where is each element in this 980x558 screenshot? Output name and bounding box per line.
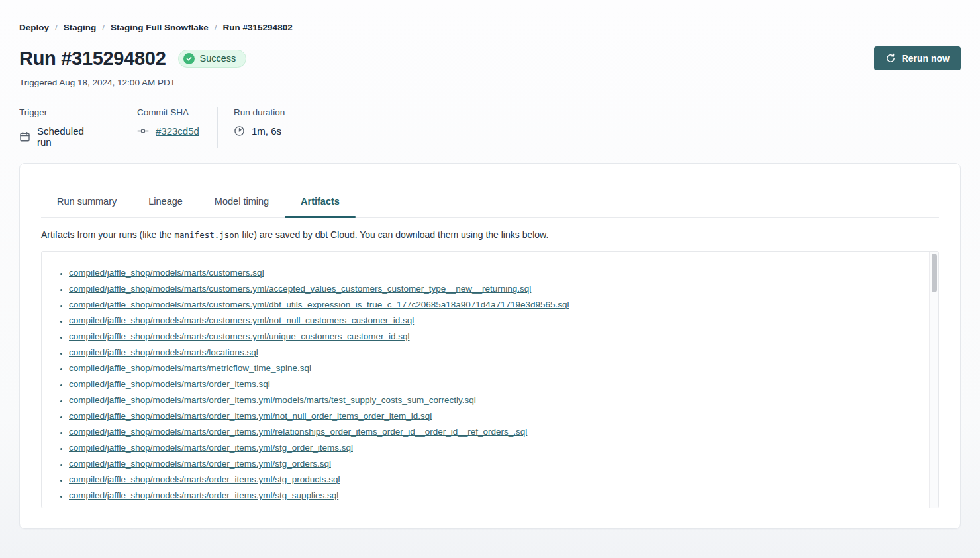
breadcrumb-deploy[interactable]: Deploy [19, 23, 49, 32]
list-item: compiled/jaffle_shop/models/marts/custom… [69, 329, 922, 345]
artifact-link[interactable]: compiled/jaffle_shop/models/marts/order_… [69, 379, 270, 389]
scrollbar-thumb[interactable] [932, 254, 937, 292]
breadcrumb-separator: / [55, 23, 58, 32]
tab-model-timing[interactable]: Model timing [199, 185, 285, 217]
breadcrumb: Deploy / Staging / Staging Full Snowflak… [19, 23, 961, 32]
meta-trigger: Trigger Scheduled run [19, 107, 121, 148]
artifact-link[interactable]: compiled/jaffle_shop/models/marts/custom… [69, 331, 409, 341]
artifact-link[interactable]: compiled/jaffle_shop/models/marts/custom… [69, 284, 531, 294]
rerun-now-button[interactable]: Rerun now [874, 46, 961, 70]
breadcrumb-job[interactable]: Staging Full Snowflake [111, 23, 209, 32]
tab-artifacts[interactable]: Artifacts [285, 185, 356, 217]
artifacts-list-container: compiled/jaffle_shop/models/marts/custom… [41, 251, 939, 508]
status-badge-label: Success [200, 53, 236, 64]
meta-duration: Run duration 1m, 6s [217, 107, 311, 148]
artifact-link[interactable]: compiled/jaffle_shop/models/marts/order_… [69, 459, 331, 469]
artifact-link[interactable]: compiled/jaffle_shop/models/marts/order_… [69, 411, 432, 421]
artifact-link[interactable]: compiled/jaffle_shop/models/marts/metric… [69, 363, 311, 373]
rerun-now-label: Rerun now [902, 53, 950, 64]
list-item: compiled/jaffle_shop/models/marts/order_… [69, 488, 922, 504]
meta-trigger-value: Scheduled run [37, 125, 94, 148]
meta-trigger-label: Trigger [19, 107, 94, 117]
list-item: compiled/jaffle_shop/models/marts/order_… [69, 440, 922, 456]
list-item: compiled/jaffle_shop/models/marts/order_… [69, 504, 922, 508]
page-title: Run #315294802 [19, 48, 166, 70]
triggered-timestamp: Triggered Aug 18, 2024, 12:00 AM PDT [19, 78, 961, 87]
scrollbar-track[interactable] [929, 252, 938, 508]
list-item: compiled/jaffle_shop/models/marts/order_… [69, 472, 922, 488]
tab-lineage[interactable]: Lineage [132, 185, 199, 217]
meta-duration-label: Run duration [234, 107, 285, 117]
artifacts-description-prefix: Artifacts from your runs (like the [41, 229, 175, 240]
meta-duration-value: 1m, 6s [252, 125, 281, 137]
run-meta-row: Trigger Scheduled run Commit SHA [19, 107, 961, 148]
artifacts-description-suffix: file) are saved by dbt Cloud. You can do… [239, 229, 548, 240]
list-item: compiled/jaffle_shop/models/marts/order_… [69, 392, 922, 408]
artifact-link[interactable]: compiled/jaffle_shop/models/marts/custom… [69, 268, 264, 278]
breadcrumb-current-run: Run #315294802 [223, 23, 293, 32]
meta-commit: Commit SHA #323cd5d [121, 107, 217, 148]
list-item: compiled/jaffle_shop/models/marts/custom… [69, 313, 922, 329]
artifact-link[interactable]: compiled/jaffle_shop/models/marts/locati… [69, 347, 258, 357]
artifacts-list: compiled/jaffle_shop/models/marts/custom… [42, 252, 938, 508]
list-item: compiled/jaffle_shop/models/marts/custom… [69, 297, 922, 313]
meta-commit-label: Commit SHA [137, 107, 191, 117]
list-item: compiled/jaffle_shop/models/marts/custom… [69, 281, 922, 297]
breadcrumb-separator: / [215, 23, 217, 32]
artifact-link[interactable]: compiled/jaffle_shop/models/marts/custom… [69, 300, 569, 309]
run-detail-page: Deploy / Staging / Staging Full Snowflak… [0, 0, 980, 529]
run-detail-card: Run summary Lineage Model timing Artifac… [19, 163, 961, 529]
breadcrumb-staging[interactable]: Staging [64, 23, 97, 32]
list-item: compiled/jaffle_shop/models/marts/order_… [69, 424, 922, 440]
list-item: compiled/jaffle_shop/models/marts/custom… [69, 265, 922, 281]
clock-icon [234, 125, 245, 137]
artifact-link[interactable]: compiled/jaffle_shop/models/marts/order_… [69, 490, 338, 500]
success-check-icon [183, 53, 195, 64]
breadcrumb-separator: / [102, 23, 105, 32]
artifact-link[interactable]: compiled/jaffle_shop/models/marts/custom… [69, 315, 414, 325]
list-item: compiled/jaffle_shop/models/marts/order_… [69, 408, 922, 424]
title-group: Run #315294802 Success [19, 48, 246, 70]
list-item: compiled/jaffle_shop/models/marts/locati… [69, 345, 922, 361]
artifacts-description: Artifacts from your runs (like the manif… [41, 229, 939, 240]
list-item: compiled/jaffle_shop/models/marts/order_… [69, 456, 922, 472]
tab-bar: Run summary Lineage Model timing Artifac… [41, 185, 939, 218]
artifact-link[interactable]: compiled/jaffle_shop/models/marts/order_… [69, 443, 353, 453]
list-item: compiled/jaffle_shop/models/marts/order_… [69, 376, 922, 392]
artifact-link[interactable]: compiled/jaffle_shop/models/marts/order_… [69, 427, 527, 437]
artifact-link[interactable]: compiled/jaffle_shop/models/marts/order_… [69, 506, 428, 508]
artifact-link[interactable]: compiled/jaffle_shop/models/marts/order_… [69, 395, 476, 405]
manifest-json-code: manifest.json [175, 230, 240, 240]
calendar-icon [19, 131, 30, 142]
tab-run-summary[interactable]: Run summary [41, 185, 132, 217]
commit-sha-link[interactable]: #323cd5d [156, 125, 199, 137]
list-item: compiled/jaffle_shop/models/marts/metric… [69, 361, 922, 376]
git-commit-icon [137, 125, 149, 137]
artifact-link[interactable]: compiled/jaffle_shop/models/marts/order_… [69, 474, 340, 484]
refresh-icon [885, 53, 896, 64]
status-badge: Success [178, 50, 247, 68]
header-row: Run #315294802 Success Rerun now [19, 46, 961, 70]
